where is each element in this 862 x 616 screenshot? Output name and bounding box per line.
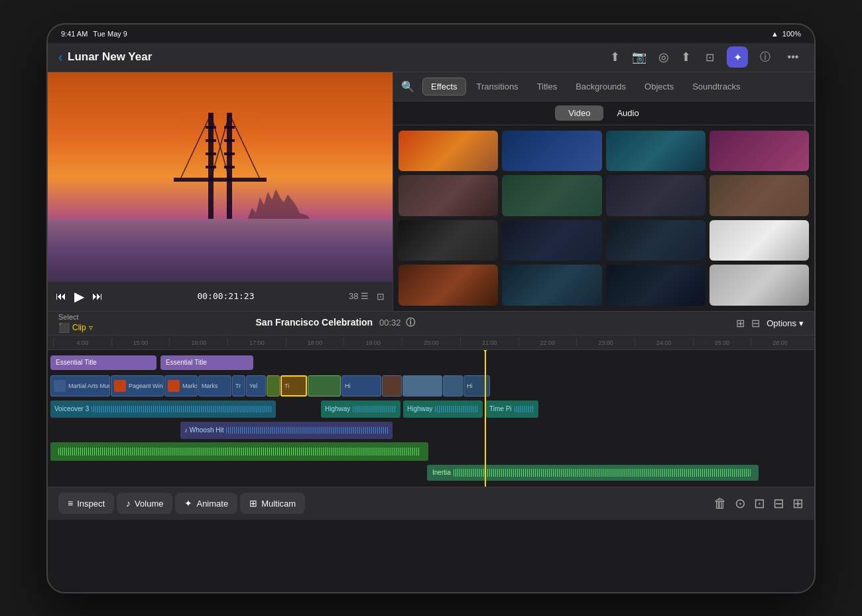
timeline-tool2-btn[interactable]: ⊟ <box>751 317 760 330</box>
inspect-button[interactable]: ≡ Inspect <box>58 493 114 514</box>
title-clip[interactable]: Essential Title <box>50 355 156 370</box>
video-clip-selected[interactable]: Ti <box>280 375 307 397</box>
search-btn[interactable]: 🔍 <box>401 80 414 93</box>
effect-item[interactable]: Soft Magenta with Low Contrast Wash <box>709 131 809 172</box>
animate-button[interactable]: ✦ Animate <box>175 493 237 514</box>
fullscreen-btn[interactable]: ⊡ <box>377 291 385 302</box>
tracks-container: Essential Title Essential Title Martial … <box>48 350 814 487</box>
timeline-section: Select ⬛ Clip ▿ San Francisco Celebratio… <box>48 311 814 520</box>
voiceover-clip[interactable]: Voiceover 3 <box>50 400 276 418</box>
video-clip[interactable]: Martial Arts Mura <box>50 375 110 397</box>
ruler-mark: 21:00 <box>460 338 519 346</box>
effect-item[interactable]: Dim Blue with Magenta Low <box>502 220 601 261</box>
effect-item[interactable] <box>399 265 498 306</box>
timeline-tracks[interactable]: Essential Title Essential Title Martial … <box>48 350 814 487</box>
ruler-mark: 16:00 <box>169 338 227 346</box>
video-clip[interactable]: Hi <box>463 375 490 397</box>
confirm-button[interactable]: ⊙ <box>735 495 746 511</box>
effect-item[interactable]: B&W with Blooming Highlights <box>709 220 809 261</box>
play-btn[interactable]: ▶ <box>74 288 84 304</box>
forward-btn[interactable]: ⏭ <box>92 290 103 302</box>
music-clip[interactable] <box>50 442 428 461</box>
effect-item[interactable]: Deep Mids with High Saturation <box>606 220 706 261</box>
tab-titles[interactable]: Titles <box>529 78 566 95</box>
tab-backgrounds[interactable]: Backgrounds <box>568 78 634 95</box>
timeline-ruler: 4:00 15:00 16:00 17:00 18:00 19:00 20:00… <box>48 336 814 350</box>
highway-clip[interactable]: Highway <box>321 400 400 418</box>
info-btn[interactable]: ⓘ <box>755 46 776 68</box>
tab-objects[interactable]: Objects <box>637 78 682 95</box>
inertia-track: Inertia <box>48 463 814 483</box>
highway-clip2[interactable]: Highway <box>403 400 483 418</box>
animate-label: Animate <box>196 499 228 509</box>
video-clip[interactable] <box>382 375 402 397</box>
effect-item[interactable]: Cyan Blacks with Warm Highlights <box>606 131 706 172</box>
whoosh-clip[interactable]: ♪ Whoosh Hit <box>180 422 393 439</box>
video-clip[interactable] <box>443 375 463 397</box>
rewind-btn[interactable]: ⏮ <box>56 290 66 302</box>
tab-effects[interactable]: Effects <box>422 78 466 95</box>
multicam-button[interactable]: ⊞ Multicam <box>240 493 305 514</box>
location-icon[interactable]: ◎ <box>658 50 669 64</box>
effect-item[interactable]: Heavy Warm with Desert Wash <box>399 131 498 172</box>
effect-thumb <box>606 220 706 261</box>
timeline-tool-btn[interactable]: ⊞ <box>736 317 745 330</box>
tab-transitions[interactable]: Transitions <box>469 78 526 95</box>
share-icon[interactable]: ⬆ <box>681 50 691 64</box>
multicam-label: Multicam <box>261 499 296 509</box>
trim-button[interactable]: ⊞ <box>792 495 804 511</box>
video-clip[interactable]: Hi <box>341 375 381 397</box>
video-clip[interactable]: Yel <box>246 375 266 397</box>
upload-icon[interactable]: ⬆ <box>610 50 620 64</box>
effect-item[interactable]: Heavy Blue with Moonlight Wash <box>502 131 601 172</box>
timepi-clip[interactable]: Time Pi <box>485 400 538 418</box>
back-button[interactable]: ‹ <box>58 50 62 64</box>
camera-icon[interactable]: 📷 <box>632 50 646 64</box>
video-clip[interactable]: Marks <box>198 375 231 397</box>
effect-thumb <box>399 220 498 261</box>
video-controls: ⏮ ▶ ⏭ 00:00:21:23 38 ☰ ⊡ <box>48 282 393 311</box>
video-clip[interactable]: Marks <box>164 375 198 397</box>
delete-button[interactable]: 🗑 <box>713 496 727 511</box>
info-circle-icon[interactable]: ⓘ <box>406 317 415 328</box>
effect-item[interactable]: Warmer Vintage with Lifted Blacks <box>709 175 809 216</box>
video-toggle[interactable]: Video <box>555 105 603 121</box>
inertia-clip[interactable]: Inertia <box>427 465 759 481</box>
ruler-mark: 20:00 <box>402 338 460 346</box>
effects-btn[interactable]: ✦ <box>727 46 748 68</box>
effect-item[interactable] <box>709 265 809 306</box>
effect-item[interactable]: B&W with High Contrast <box>399 220 498 261</box>
ruler-mark: 22:00 <box>519 338 577 346</box>
clip-icon: ⬛ <box>58 322 70 333</box>
video-clip[interactable] <box>267 375 280 397</box>
effect-item[interactable]: Green Muted Wash <box>502 175 601 216</box>
audio-toggle[interactable]: Audio <box>603 105 652 121</box>
tab-soundtracks[interactable]: Soundtracks <box>684 78 748 95</box>
effect-thumb <box>709 175 809 216</box>
effect-item[interactable]: Desaturated with High Contrast <box>399 175 498 216</box>
svg-rect-8 <box>224 153 235 155</box>
effect-thumb <box>502 220 601 261</box>
timecode-display: 00:00:21:23 <box>197 291 254 301</box>
options-button[interactable]: Options ▾ <box>767 318 804 328</box>
split-h-button[interactable]: ⊟ <box>773 495 784 511</box>
split-v-button[interactable]: ⊡ <box>754 495 765 511</box>
effect-item[interactable]: Cool Blacks with Strong Contrast <box>606 175 706 216</box>
volume-button[interactable]: ♪ Volume <box>117 493 172 514</box>
video-clip[interactable] <box>402 375 442 397</box>
title-clip[interactable]: Essential Title <box>160 355 253 370</box>
video-clip[interactable]: Tr <box>232 375 245 397</box>
video-clip[interactable] <box>308 375 341 397</box>
effect-thumb <box>709 265 809 306</box>
clip-selector[interactable]: ⬛ Clip ▿ <box>58 322 93 333</box>
clip-dropdown-icon: ▿ <box>89 323 93 332</box>
photos-btn[interactable]: ⊡ <box>699 46 720 68</box>
more-btn[interactable]: ••• <box>782 46 804 68</box>
svg-rect-14 <box>174 178 267 182</box>
ruler-mark: 25:00 <box>693 338 751 346</box>
whoosh-track: ♪ Whoosh Hit <box>48 420 814 440</box>
ruler-marks: 4:00 15:00 16:00 17:00 18:00 19:00 20:00… <box>53 338 809 346</box>
effect-item[interactable] <box>606 265 706 306</box>
video-clip[interactable]: Pageant Winner <box>111 375 164 397</box>
effect-item[interactable] <box>502 265 601 306</box>
